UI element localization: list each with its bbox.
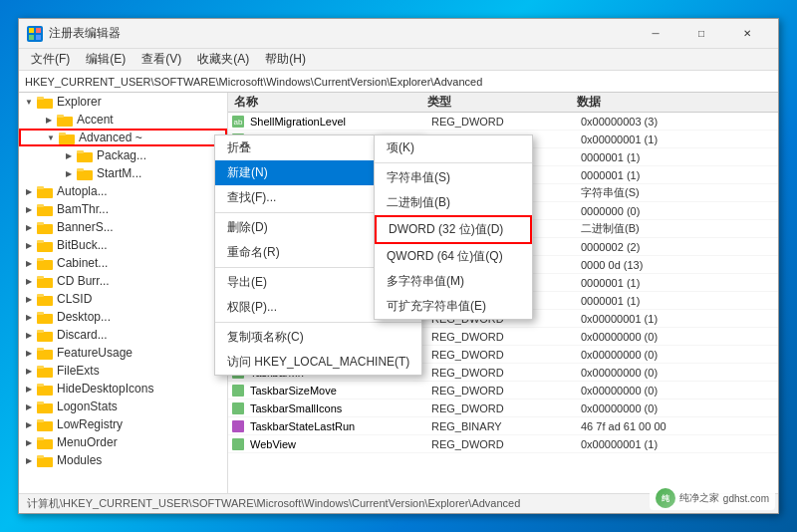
maximize-button[interactable]: □ — [678, 19, 724, 49]
svg-rect-57 — [232, 420, 244, 432]
svg-rect-26 — [37, 296, 53, 306]
tree-item-desktop[interactable]: ▶ Desktop... — [19, 308, 227, 326]
tree-item-clsid[interactable]: ▶ CLSID — [19, 290, 227, 308]
menu-favorites[interactable]: 收藏夹(A) — [189, 49, 257, 70]
submenu-string-label: 字符串值(S) — [387, 170, 450, 184]
svg-rect-10 — [77, 152, 93, 162]
minimize-button[interactable]: ─ — [633, 19, 678, 49]
tree-label-startm: StartM... — [97, 166, 141, 180]
submenu-binary[interactable]: 二进制值(B) — [375, 190, 532, 215]
tree-item-banners[interactable]: ▶ BannerS... — [19, 218, 227, 236]
svg-rect-7 — [57, 115, 64, 118]
svg-rect-21 — [37, 240, 44, 243]
tree-item-cdburn[interactable]: ▶ CD Burr... — [19, 272, 227, 290]
svg-rect-1 — [36, 28, 41, 33]
tree-item-packag[interactable]: ▶ Packag... — [19, 146, 227, 164]
watermark-logo: 纯 — [656, 488, 675, 508]
address-path: HKEY_CURRENT_USER\SOFTWARE\Microsoft\Win… — [25, 76, 482, 88]
folder-icon-startm — [77, 167, 93, 180]
tree-item-cabinet[interactable]: ▶ Cabinet... — [19, 254, 227, 272]
svg-rect-23 — [37, 258, 44, 261]
tree-item-discard[interactable]: ▶ Discard... — [19, 326, 227, 344]
tree-item-modules[interactable]: ▶ Modules — [19, 451, 227, 469]
reg-row-webview[interactable]: WebView REG_DWORD 0x00000001 (1) — [228, 435, 778, 453]
ctx-hklm[interactable]: 访问 HKEY_LOCAL_MACHINE(T) — [215, 350, 421, 375]
submenu-multistring-label: 多字符串值(M) — [387, 274, 464, 288]
svg-rect-17 — [37, 204, 44, 207]
registry-tree[interactable]: ▼ Explorer ▶ Accent ▼ Advanced — [19, 93, 228, 493]
menu-edit[interactable]: 编辑(E) — [78, 49, 133, 70]
reg-type-shellmigration: REG_DWORD — [431, 116, 581, 128]
submenu-dword[interactable]: DWORD (32 位)值(D) — [375, 215, 532, 244]
svg-rect-0 — [29, 28, 34, 33]
submenu-multistring[interactable]: 多字符串值(M) — [375, 269, 532, 294]
submenu-expandstring-label: 可扩充字符串值(E) — [387, 299, 486, 313]
ctx-sep-3 — [215, 322, 421, 323]
tree-item-explorer[interactable]: ▼ Explorer — [19, 93, 227, 111]
menu-file[interactable]: 文件(F) — [23, 49, 78, 70]
folder-icon-explorer — [37, 96, 53, 109]
svg-rect-9 — [59, 133, 66, 135]
submenu-expandstring[interactable]: 可扩充字符串值(E) — [375, 294, 532, 319]
reg-row-taskbarlastrun[interactable]: TaskbarStateLastRun REG_BINARY 46 7f ad … — [228, 417, 778, 435]
tree-item-bamthr[interactable]: ▶ BamThr... — [19, 200, 227, 218]
watermark-site: gdhst.com — [723, 493, 769, 504]
column-header: 名称 类型 数据 — [228, 93, 778, 113]
reg-data-shellmigration: 0x00000003 (3) — [581, 116, 776, 128]
reg-row-shellmigration[interactable]: ab ShellMigrationLevel REG_DWORD 0x00000… — [228, 113, 778, 131]
svg-rect-18 — [37, 224, 53, 234]
tree-item-hidedesktop[interactable]: ▶ HideDesktopIcons — [19, 380, 227, 398]
tree-item-lowregistry[interactable]: ▶ LowRegistry — [19, 415, 227, 433]
tree-label-advanced: Advanced ~ — [79, 131, 142, 144]
svg-text:ab: ab — [234, 118, 243, 127]
ctx-copy-name[interactable]: 复制项名称(C) — [215, 325, 421, 350]
tree-item-accent[interactable]: ▶ Accent — [19, 111, 227, 129]
tree-label-accent: Accent — [77, 113, 114, 127]
svg-rect-19 — [37, 222, 44, 225]
ctx-delete-label: 删除(D) — [227, 219, 268, 236]
watermark: 纯 纯净之家 gdhst.com — [650, 486, 775, 510]
tree-item-autopla[interactable]: ▶ Autopla... — [19, 182, 227, 200]
reg-row-taskbarsmalicons[interactable]: TaskbarSmallIcons REG_DWORD 0x00000000 (… — [228, 399, 778, 417]
svg-rect-25 — [37, 276, 44, 279]
ctx-copy-name-label: 复制项名称(C) — [227, 329, 304, 346]
new-submenu: 项(K) 字符串值(S) 二进制值(B) DWORD (32 位)值(D) QW… — [374, 134, 533, 320]
svg-rect-13 — [77, 168, 84, 171]
address-bar[interactable]: HKEY_CURRENT_USER\SOFTWARE\Microsoft\Win… — [19, 71, 778, 93]
menu-view[interactable]: 查看(V) — [133, 49, 189, 70]
svg-rect-16 — [37, 206, 53, 216]
svg-rect-28 — [37, 314, 53, 324]
expand-icon: ▼ — [23, 96, 35, 108]
svg-rect-35 — [37, 366, 44, 369]
ctx-permissions-label: 权限(P)... — [227, 299, 277, 316]
tree-item-fileexts[interactable]: ▶ FileExts — [19, 362, 227, 380]
tree-label-explorer: Explorer — [57, 95, 102, 109]
tree-item-menuorder[interactable]: ▶ MenuOrder — [19, 433, 227, 451]
submenu-qword[interactable]: QWORD (64 位)值(Q) — [375, 244, 532, 269]
svg-rect-4 — [37, 99, 53, 109]
submenu-key[interactable]: 项(K) — [375, 135, 532, 160]
tree-item-advanced[interactable]: ▼ Advanced ~ — [19, 129, 227, 146]
reg-row-taskbarsizemove[interactable]: TaskbarSizeMove REG_DWORD 0x00000000 (0) — [228, 382, 778, 399]
submenu-string[interactable]: 字符串值(S) — [375, 165, 532, 190]
svg-rect-8 — [59, 134, 75, 144]
svg-rect-31 — [37, 330, 44, 333]
svg-rect-12 — [77, 170, 93, 180]
reg-dword-icon: ab — [230, 114, 246, 130]
tree-item-startm[interactable]: ▶ StartM... — [19, 164, 227, 182]
tree-item-logonstats[interactable]: ▶ LogonStats — [19, 398, 227, 415]
col-data-header: 数据 — [577, 94, 778, 111]
tree-item-featureusage[interactable]: ▶ FeatureUsage — [19, 344, 227, 362]
folder-icon-advanced — [59, 132, 75, 144]
svg-rect-15 — [37, 186, 44, 189]
submenu-dword-label: DWORD (32 位)值(D) — [389, 222, 503, 236]
menu-help[interactable]: 帮助(H) — [257, 49, 314, 70]
ctx-hklm-label: 访问 HKEY_LOCAL_MACHINE(T) — [227, 354, 409, 371]
close-button[interactable]: ✕ — [724, 19, 770, 49]
tree-item-bitbuck[interactable]: ▶ BitBuck... — [19, 236, 227, 254]
svg-rect-36 — [37, 386, 53, 396]
ctx-export-label: 导出(E) — [227, 274, 267, 291]
folder-icon-packag — [77, 149, 93, 162]
svg-rect-45 — [37, 455, 44, 458]
title-bar: 注册表编辑器 ─ □ ✕ — [19, 19, 778, 49]
